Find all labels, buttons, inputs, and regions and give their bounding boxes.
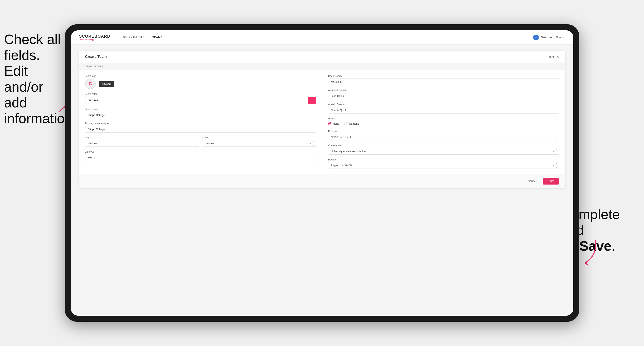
conference-field: Conference University Athletic Associati…	[328, 144, 559, 155]
display-name-field: Display name (unique)	[85, 122, 316, 133]
annotation-right-end: .	[612, 238, 616, 254]
upload-button[interactable]: Upload	[99, 81, 114, 87]
color-swatch[interactable]	[308, 97, 316, 104]
modal-cancel-button[interactable]: Cancel ✕	[546, 55, 559, 59]
team-colour-field: Team colour	[85, 93, 316, 104]
team-colour-input[interactable]	[85, 97, 308, 104]
nav-tournaments[interactable]: TOURNAMENTS	[122, 35, 144, 40]
gender-radio-group: Mens Womens	[328, 121, 559, 126]
cancel-label: Cancel	[546, 55, 555, 58]
gender-womens-option[interactable]: Womens	[344, 122, 359, 125]
city-state-row: City State New York	[85, 136, 316, 147]
region-clear-icon[interactable]: ✕	[553, 164, 555, 167]
modal-panel: Create Team Cancel ✕ TEAM DETAILS Team l…	[79, 51, 565, 188]
city-field: City	[85, 136, 199, 147]
state-select[interactable]: New York	[202, 140, 316, 147]
city-state-group: City State New York	[85, 136, 316, 147]
app-logo: SCOREBOARD	[79, 34, 110, 39]
athletic-director-input[interactable]	[328, 107, 559, 114]
nav-right: TU Test User | Sign out	[533, 35, 565, 40]
tablet-frame: SCOREBOARD Powered by clippd TOURNAMENTS…	[65, 24, 580, 322]
conference-select-wrapper: University Athletic Association ✕ ⌃⌄	[328, 148, 559, 155]
region-field: Region Region II - (M) DIII ✕ ⌃⌄	[328, 158, 559, 169]
nav-links: TOURNAMENTS TEAMS	[122, 35, 533, 40]
app-logo-sub: Powered by clippd	[79, 39, 110, 41]
logo-area: SCOREBOARD Powered by clippd	[79, 34, 110, 41]
conference-clear-icon[interactable]: ✕	[553, 150, 555, 153]
display-name-label: Display name (unique)	[85, 122, 316, 125]
state-chevron-icon: ⌃⌄	[312, 141, 314, 146]
division-label: Division	[328, 130, 559, 133]
close-icon: ✕	[556, 55, 559, 59]
display-name-input[interactable]	[85, 126, 316, 133]
division-select-wrapper: NCAA Division III	[328, 134, 559, 141]
gender-womens-radio[interactable]	[344, 122, 348, 125]
region-chevron-icon: ⌃⌄	[556, 163, 558, 168]
gender-mens-radio[interactable]	[328, 122, 332, 125]
gender-label: Gender	[328, 117, 559, 120]
annotation-line2: Edit and/or add	[4, 63, 43, 110]
assistant-coach-field: Assistant Coach	[328, 89, 559, 99]
conference-select[interactable]: University Athletic Association	[328, 148, 559, 155]
form-right: Head Coach Assistant Coach Athletic Dire…	[328, 75, 559, 169]
section-header: TEAM DETAILS	[79, 63, 565, 70]
footer-save-button[interactable]: Save	[543, 178, 559, 184]
modal-title: Create Team	[85, 55, 107, 59]
gender-field: Gender Mens Womens	[328, 117, 559, 126]
gender-mens-label: Mens	[333, 122, 339, 125]
user-avatar: TU	[533, 35, 539, 40]
region-label: Region	[328, 158, 559, 161]
form-body: Team logo C Upload Team colour	[79, 70, 565, 174]
assistant-coach-input[interactable]	[328, 93, 559, 99]
state-clear-icon[interactable]: ✕	[310, 142, 312, 145]
region-select-wrapper: Region II - (M) DIII ✕ ⌃⌄	[328, 162, 559, 169]
region-select-icons: ✕ ⌃⌄	[553, 163, 558, 168]
zip-input[interactable]	[85, 154, 316, 161]
conference-label: Conference	[328, 144, 559, 147]
state-select-icons: ✕ ⌃⌄	[310, 141, 314, 146]
form-left: Team logo C Upload Team colour	[85, 75, 316, 169]
modal-footer: Cancel Save	[79, 174, 565, 188]
annotation-line1: Check all fields.	[4, 31, 61, 63]
footer-cancel-button[interactable]: Cancel	[524, 178, 540, 184]
city-input[interactable]	[85, 140, 199, 147]
team-logo-label: Team logo	[85, 75, 316, 77]
head-coach-label: Head Coach	[328, 75, 559, 77]
assistant-coach-label: Assistant Coach	[328, 89, 559, 92]
city-label: City	[85, 136, 199, 139]
athletic-director-label: Athletic Director	[328, 103, 559, 106]
region-select[interactable]: Region II - (M) DIII	[328, 162, 559, 169]
head-coach-input[interactable]	[328, 78, 559, 85]
state-label: State	[202, 136, 316, 139]
division-field: Division NCAA Division III	[328, 130, 559, 141]
tablet-screen: SCOREBOARD Powered by clippd TOURNAMENTS…	[71, 30, 573, 316]
sign-out-button[interactable]: Sign out	[556, 36, 565, 39]
gender-womens-label: Womens	[349, 122, 359, 125]
navbar: SCOREBOARD Powered by clippd TOURNAMENTS…	[71, 30, 573, 44]
state-select-wrapper: New York ✕ ⌃⌄	[202, 140, 316, 147]
team-name-label: Team name	[85, 108, 316, 111]
color-input-row	[85, 97, 316, 104]
conference-chevron-icon: ⌃⌄	[556, 149, 558, 154]
team-name-field: Team name	[85, 108, 316, 118]
modal-header: Create Team Cancel ✕	[79, 51, 565, 63]
logo-circle: C	[85, 78, 96, 89]
team-colour-label: Team colour	[85, 93, 316, 96]
zip-field: Zip code	[85, 150, 316, 161]
head-coach-field: Head Coach	[328, 75, 559, 85]
user-label: Test User |	[541, 36, 554, 39]
zip-label: Zip code	[85, 150, 316, 153]
athletic-director-field: Athletic Director	[328, 103, 559, 114]
gender-mens-option[interactable]: Mens	[328, 122, 339, 125]
state-field: State New York ✕ ⌃⌄	[202, 136, 316, 147]
team-name-input[interactable]	[85, 112, 316, 118]
team-logo-field: Team logo C Upload	[85, 75, 316, 89]
division-select[interactable]: NCAA Division III	[328, 134, 559, 141]
content-area: Create Team Cancel ✕ TEAM DETAILS Team l…	[71, 44, 573, 316]
annotation-left: Check all fields. Edit and/or add inform…	[4, 31, 63, 126]
nav-teams[interactable]: TEAMS	[152, 35, 162, 40]
logo-upload-area: C Upload	[85, 78, 316, 89]
conference-select-icons: ✕ ⌃⌄	[553, 149, 558, 154]
